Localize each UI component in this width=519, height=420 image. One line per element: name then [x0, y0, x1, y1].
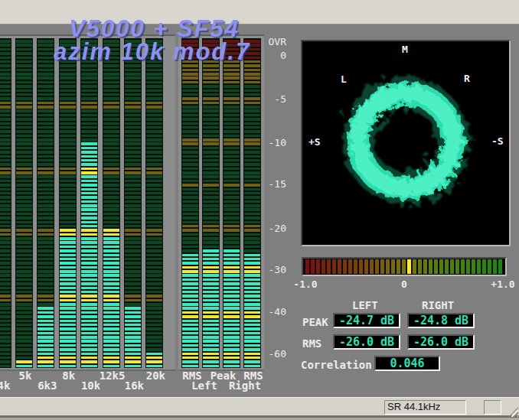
led-segment: [182, 357, 198, 360]
led-segment: [182, 180, 198, 183]
db-scale: OVR0-5-10-15-20-30-40-60: [260, 34, 288, 368]
corr-segment: [455, 259, 459, 274]
led-segment: [60, 254, 76, 257]
led-segment: [103, 196, 119, 199]
led-segment: [244, 135, 260, 138]
goniometer-ring: [302, 41, 509, 245]
led-segment: [103, 180, 119, 183]
led-segment: [146, 274, 162, 277]
led-segment: [103, 188, 119, 191]
led-segment: [244, 204, 260, 207]
led-segment: [244, 291, 260, 294]
led-segment: [146, 299, 162, 302]
led-segment: [0, 344, 11, 347]
led-segment: [146, 357, 162, 360]
led-segment: [16, 155, 32, 158]
led-segment: [0, 168, 11, 171]
led-segment: [16, 168, 32, 171]
led-segment: [125, 151, 141, 154]
led-segment: [224, 225, 240, 228]
led-segment: [38, 138, 54, 142]
led-segment: [60, 241, 76, 244]
led-segment: [244, 200, 260, 203]
led-segment: [0, 320, 11, 323]
led-segment: [182, 175, 198, 178]
led-segment: [125, 274, 141, 277]
led-segment: [203, 204, 219, 207]
led-segment: [182, 299, 198, 302]
led-segment: [60, 151, 76, 154]
led-segment: [146, 159, 162, 162]
led-segment: [0, 295, 11, 298]
led-segment: [81, 180, 97, 183]
led-segment: [244, 180, 260, 183]
led-segment: [103, 365, 119, 368]
led-segment: [16, 241, 32, 244]
resize-grip-icon[interactable]: [508, 407, 518, 417]
led-segment: [244, 69, 260, 72]
led-segment: [38, 106, 54, 109]
led-segment: [244, 249, 260, 252]
led-segment: [146, 327, 162, 330]
led-segment: [125, 175, 141, 178]
led-segment: [60, 118, 76, 121]
led-segment: [182, 324, 198, 327]
led-segment: [103, 270, 119, 273]
led-segment: [244, 225, 260, 228]
led-segment: [16, 311, 32, 314]
led-segment: [60, 196, 76, 199]
led-segment: [0, 357, 11, 360]
led-segment: [125, 237, 141, 240]
led-segment: [146, 270, 162, 273]
led-segment: [16, 122, 32, 125]
led-segment: [146, 163, 162, 166]
led-segment: [244, 196, 260, 199]
led-segment: [146, 340, 162, 343]
led-segment: [203, 85, 219, 88]
led-segment: [146, 135, 162, 138]
led-segment: [125, 348, 141, 351]
led-segment: [224, 270, 240, 273]
led-segment: [38, 291, 54, 294]
corr-segment: [439, 259, 443, 274]
led-segment: [182, 266, 198, 269]
led-segment: [38, 320, 54, 323]
led-segment: [146, 213, 162, 216]
led-segment: [16, 270, 32, 273]
led-segment: [0, 196, 11, 199]
led-segment: [81, 357, 97, 360]
gonio-label-m: M: [402, 44, 408, 55]
led-segment: [103, 184, 119, 187]
led-segment: [244, 109, 260, 112]
led-segment: [16, 204, 32, 207]
corr-segment: [386, 259, 390, 274]
led-segment: [16, 357, 32, 360]
led-segment: [146, 332, 162, 335]
led-segment: [60, 93, 76, 96]
led-segment: [0, 97, 11, 100]
led-segment: [38, 81, 54, 84]
led-segment: [125, 225, 141, 228]
led-segment: [81, 360, 97, 363]
led-segment: [81, 274, 97, 277]
led-segment: [203, 196, 219, 199]
led-segment: [16, 44, 32, 47]
led-segment: [244, 307, 260, 310]
led-segment: [16, 196, 32, 199]
led-segment: [38, 237, 54, 240]
led-segment: [224, 291, 240, 294]
led-segment: [224, 159, 240, 162]
led-segment: [103, 200, 119, 203]
led-segment: [16, 48, 32, 51]
corr-segment: [305, 259, 309, 274]
led-segment: [182, 295, 198, 298]
led-segment: [146, 221, 162, 224]
led-segment: [16, 332, 32, 335]
led-segment: [244, 241, 260, 244]
led-segment: [125, 287, 141, 290]
led-segment: [203, 81, 219, 84]
led-segment: [244, 122, 260, 125]
led-segment: [146, 360, 162, 363]
led-segment: [60, 155, 76, 158]
led-segment: [16, 320, 32, 323]
